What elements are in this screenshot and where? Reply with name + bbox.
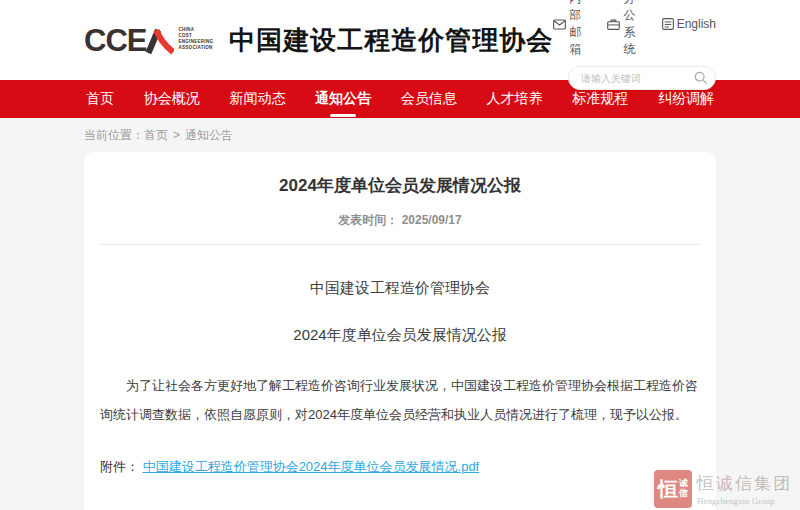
breadcrumb-item-0[interactable]: 首页 (144, 128, 168, 142)
briefcase-icon (607, 19, 620, 30)
article-title: 2024年度单位会员发展情况公报 (100, 174, 700, 197)
attachment-row: 附件： 中国建设工程造价管理协会2024年度单位会员发展情况.pdf (100, 458, 700, 476)
ccea-logo-mark: CCE (84, 25, 174, 56)
document-org-line: 中国建设工程造价管理协会 (100, 279, 700, 298)
quick-link-translate[interactable]: English (662, 0, 716, 58)
nav-item-3[interactable]: 通知公告 (313, 86, 373, 112)
publish-time-value: 2025/09/17 (402, 213, 462, 227)
quick-link-label: 内部邮箱 (569, 0, 591, 58)
nav-item-1[interactable]: 协会概况 (142, 86, 202, 112)
attachment-link[interactable]: 中国建设工程造价管理协会2024年度单位会员发展情况.pdf (143, 459, 480, 474)
quick-link-label: 办公系统 (623, 0, 645, 58)
hengchengxin-watermark: 恒 诚 信 恒诚信集团 Hengchengxin Group (654, 470, 792, 508)
translate-icon (662, 18, 674, 30)
attachment-label: 附件： (100, 459, 139, 474)
stamp-side-bottom-char: 信 (679, 489, 688, 499)
watermark-name-cn: 恒诚信集团 (697, 472, 792, 495)
nav-item-5[interactable]: 人才培养 (485, 86, 545, 112)
watermark-name-en: Hengchengxin Group (697, 496, 792, 506)
publish-time: 发表时间： 2025/09/17 (100, 212, 700, 229)
main-nav: 首页协会概况新闻动态通知公告会员信息人才培养标准规程纠纷调解 (0, 80, 800, 118)
logo-wordmark: CCE (84, 25, 146, 56)
mail-icon (553, 19, 566, 30)
breadcrumb-item-1[interactable]: 通知公告 (185, 128, 233, 142)
quick-link-label: English (677, 17, 716, 31)
publish-time-label: 发表时间： (338, 213, 398, 227)
site-header: CCE CHINACOSTENGINEERINGASSOCIATION 中国建设… (0, 0, 800, 80)
site-title: 中国建设工程造价管理协会 (229, 23, 553, 58)
document-paragraph: 为了让社会各方更好地了解工程造价咨询行业发展状况，中国建设工程造价管理协会根据工… (100, 371, 700, 430)
nav-item-2[interactable]: 新闻动态 (227, 86, 287, 112)
search-icon[interactable] (694, 71, 708, 85)
site-logo[interactable]: CCE CHINACOSTENGINEERINGASSOCIATION 中国建设… (84, 23, 553, 58)
document-title-line: 2024年度单位会员发展情况公报 (100, 326, 700, 345)
breadcrumb-prefix: 当前位置： (84, 128, 144, 142)
nav-item-6[interactable]: 标准规程 (570, 86, 630, 112)
quick-link-mail[interactable]: 内部邮箱 (553, 0, 591, 58)
logo-subtext-line: ASSOCIATION (178, 45, 213, 51)
logo-a-swoosh-icon (144, 27, 174, 56)
breadcrumb-separator: > (173, 128, 180, 142)
nav-item-0[interactable]: 首页 (84, 86, 116, 112)
breadcrumb: 当前位置：首页>通知公告 (84, 127, 800, 144)
logo-subtext: CHINACOSTENGINEERINGASSOCIATION (178, 27, 213, 51)
hengchengxin-stamp-icon: 恒 诚 信 (654, 470, 692, 508)
quick-link-briefcase[interactable]: 办公系统 (607, 0, 645, 58)
article-card: 2024年度单位会员发展情况公报 发表时间： 2025/09/17 中国建设工程… (84, 152, 716, 510)
title-divider (100, 244, 700, 245)
nav-item-7[interactable]: 纠纷调解 (656, 86, 716, 112)
nav-item-4[interactable]: 会员信息 (399, 86, 459, 112)
stamp-main-char: 恒 (658, 479, 678, 499)
quick-links: 内部邮箱办公系统English (553, 0, 716, 58)
